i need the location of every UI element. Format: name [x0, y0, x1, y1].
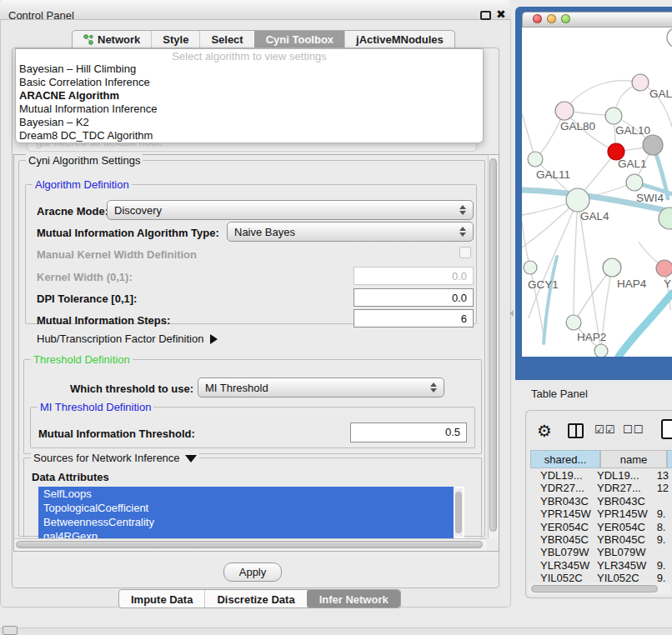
column-header-name[interactable]: name [600, 450, 667, 468]
node-bottom[interactable] [594, 344, 608, 357]
deselect-all-checkboxes-icon[interactable]: ☐☐ [623, 423, 644, 436]
node-gcy1[interactable] [524, 261, 537, 274]
algorithm-dropdown-popup: Select algorithm to view settings Bayesi… [15, 48, 484, 143]
float-window-icon[interactable] [480, 11, 491, 20]
algorithm-option[interactable]: Bayesian – Hill Climbing [16, 62, 483, 76]
control-panel-tabs: Network Style Select Cyni Toolbox jActiv… [72, 30, 455, 48]
columns-icon[interactable] [568, 423, 584, 438]
kernel-width-field[interactable]: 0.0 [354, 267, 474, 285]
tab-network[interactable]: Network [73, 31, 151, 48]
table-row[interactable]: YDR27...YDR27...12 [530, 482, 672, 494]
node-label: GAL80 [560, 120, 595, 132]
node-label: Y [664, 278, 671, 290]
table-header-row: shared... name [530, 450, 672, 468]
kernel-width-label: Kernel Width (0,1): [37, 271, 133, 283]
sources-group-title[interactable]: Sources for Network Inference [31, 452, 199, 464]
tab-infer-network[interactable]: Infer Network [307, 590, 400, 608]
bottom-tabs: Impute Data Discretize Data Infer Networ… [118, 589, 401, 608]
threshold-definition-title: Threshold Definition [31, 353, 133, 366]
column-header-shared-name[interactable]: shared... [530, 450, 600, 468]
node-hap2[interactable] [566, 315, 581, 330]
dpi-tolerance-label: DPI Tolerance [0,1]: [37, 292, 137, 305]
dpi-tolerance-field[interactable]: 0.0 [354, 288, 474, 307]
tab-select[interactable]: Select [199, 31, 253, 48]
tab-network-label: Network [98, 33, 140, 46]
control-panel-title: Control Panel [8, 9, 74, 22]
attributes-list-scrollbar-thumb[interactable] [455, 492, 462, 533]
attribute-item-selected[interactable]: gal4RGexp [38, 529, 454, 538]
export-table-icon[interactable] [661, 419, 672, 439]
node-swi4[interactable] [626, 174, 643, 191]
node-partial[interactable] [667, 28, 672, 48]
column-header-partial[interactable] [667, 450, 672, 468]
node-label: GCY1 [528, 278, 559, 291]
algorithm-dropdown-prompt: Select algorithm to view settings [16, 50, 483, 62]
manual-kernel-width-label: Manual Kernel Width Definition [37, 248, 197, 261]
tab-style[interactable]: Style [151, 31, 199, 48]
collapsed-panel-button[interactable] [3, 626, 18, 635]
node-salmon[interactable] [656, 260, 672, 277]
spinner-arrows-icon [459, 205, 466, 215]
tab-discretize-data[interactable]: Discretize Data [204, 590, 306, 608]
table-row[interactable]: YBR043CYBR043C [530, 495, 672, 508]
cyni-algorithm-settings-title: Cyni Algorithm Settings [26, 154, 143, 167]
network-window-titlebar[interactable] [522, 12, 672, 28]
gear-icon[interactable]: ⚙ [537, 421, 552, 441]
table-row[interactable]: YDL19...YDL19...13 [530, 469, 672, 482]
table-horizontal-scrollbar-thumb[interactable] [531, 585, 658, 592]
algorithm-option[interactable]: Bayesian – K2 [16, 116, 483, 129]
node-gal10[interactable] [605, 108, 622, 124]
attribute-item-selected[interactable]: SelfLoops [38, 487, 454, 501]
spinner-arrows-icon [430, 382, 437, 392]
select-all-checkboxes-icon[interactable]: ☑☑ [594, 423, 615, 436]
table-body: YDL19...YDL19...13 YDR27...YDR27...12 YB… [530, 469, 672, 583]
expand-right-icon [210, 334, 218, 344]
table-row[interactable]: YBL079WYBL079W [530, 546, 672, 558]
node-gal80[interactable] [555, 102, 574, 120]
apply-button[interactable]: Apply [223, 562, 282, 582]
data-attributes-label: Data Attributes [32, 471, 109, 483]
node-gal4[interactable] [566, 188, 589, 212]
table-row[interactable]: YIL052CYIL052C9. [530, 572, 672, 583]
network-graph[interactable]: GAL GAL80 GAL10 GAL1 GAL11 SWI4 GAL4 GCY… [522, 28, 672, 357]
tab-cyni-toolbox[interactable]: Cyni Toolbox [254, 31, 344, 48]
mac-zoom-icon[interactable] [561, 14, 570, 23]
attribute-item-selected[interactable]: BetweennessCentrality [38, 515, 454, 529]
mi-steps-field[interactable]: 6 [354, 309, 474, 328]
tab-jactivemnodules[interactable]: jActiveMNodules [344, 31, 454, 48]
spinner-arrows-icon [459, 227, 466, 237]
mac-close-icon[interactable] [533, 14, 542, 23]
algorithm-option[interactable]: Dream8 DC_TDC Algorithm [16, 129, 483, 142]
node-label: SWI4 [636, 192, 664, 204]
algorithm-option[interactable]: Basic Correlation Inference [16, 76, 483, 89]
node-gal11[interactable] [528, 152, 543, 167]
mi-algorithm-type-label: Mutual Information Algorithm Type: [37, 227, 219, 239]
node-hap4[interactable] [603, 258, 621, 277]
hub-section-toggle[interactable]: Hub/Transcription Factor Definition [37, 332, 218, 345]
tab-impute-data[interactable]: Impute Data [119, 590, 204, 608]
table-row[interactable]: YER054CYER054C8. [530, 521, 672, 533]
table-row[interactable]: YLR345WYLR345W9. [530, 559, 672, 572]
manual-kernel-width-checkbox[interactable] [459, 247, 471, 258]
which-threshold-combo[interactable]: MI Threshold [198, 378, 444, 398]
table-row[interactable]: YPR145WYPR145W9. [530, 508, 672, 520]
attribute-item-selected[interactable]: TopologicalCoefficient [38, 501, 454, 515]
settings-horizontal-scrollbar-thumb[interactable] [16, 541, 483, 548]
data-attributes-list: SelfLoops TopologicalCoefficient Between… [38, 487, 464, 538]
mi-algorithm-type-combo[interactable]: Naive Bayes [227, 222, 474, 242]
split-pane-handle[interactable] [509, 310, 514, 317]
network-icon [83, 34, 93, 45]
algorithm-option[interactable]: Mutual Information Inference [16, 102, 483, 116]
table-panel-title: Table Panel [531, 388, 588, 400]
mi-threshold-field[interactable]: 0.5 [350, 422, 467, 442]
mac-minimize-icon[interactable] [547, 14, 556, 23]
algorithm-option-selected[interactable]: ARACNE Algorithm [16, 89, 483, 102]
aracne-mode-combo[interactable]: Discovery [107, 200, 474, 220]
node-gal-pink[interactable] [632, 74, 649, 91]
close-icon[interactable]: ✖ [496, 8, 506, 21]
table-row[interactable]: YBR045CYBR045C9. [530, 533, 672, 546]
node-label: GAL1 [618, 158, 647, 170]
settings-vertical-scrollbar-thumb[interactable] [489, 158, 497, 532]
node-gray[interactable] [643, 135, 663, 155]
node-label: HAP2 [577, 331, 606, 343]
